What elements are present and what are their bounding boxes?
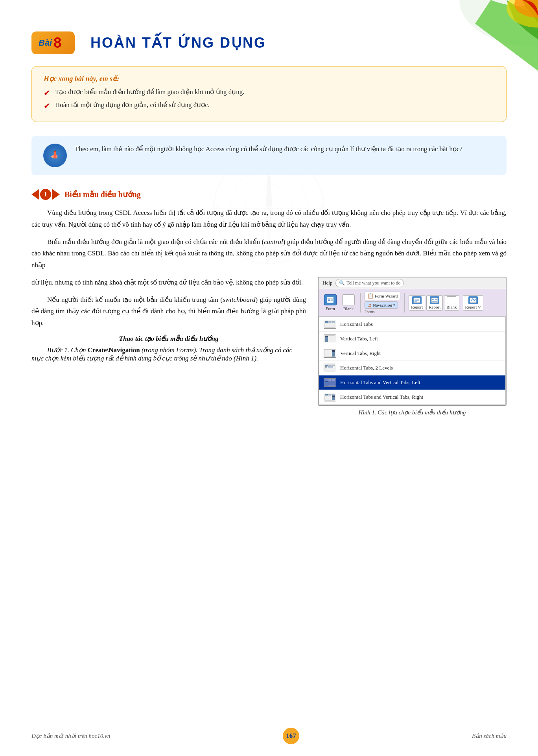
svg-rect-67 xyxy=(332,394,335,396)
search-icon: 🔍 xyxy=(339,280,345,286)
subsection-title: Thao tác tạo biểu mẫu điều hướng xyxy=(31,335,306,343)
svg-rect-60 xyxy=(325,381,328,382)
report-label: Report xyxy=(411,305,423,309)
objective-text-1: Tạo được biểu mẫu điều hướng để làm giao… xyxy=(55,88,245,96)
screenshot-toolbar: Help 🔍 Tell me what you want to do xyxy=(319,277,506,289)
dropdown-item-2[interactable]: Vertical Tabs, Right xyxy=(319,346,505,361)
footer: Đọc bản mới nhất trên hoc10.vn 167 Bản s… xyxy=(0,728,538,744)
svg-rect-62 xyxy=(325,384,328,386)
help-label: Help xyxy=(322,280,332,286)
svg-rect-53 xyxy=(330,366,333,368)
forms-group-label: Forms xyxy=(365,310,375,314)
dropdown-item-3[interactable]: Horizontal Tabs, 2 Levels xyxy=(319,361,505,375)
ribbon-row: Form Blank 📋 Form Wizard xyxy=(319,289,506,317)
horiz-tabs-icon xyxy=(324,320,336,329)
svg-rect-51 xyxy=(325,366,327,368)
top-corner-decoration xyxy=(412,0,538,71)
figure-caption: Hình 1. Các lựa chọn biểu mẫu điều hướng xyxy=(318,409,507,416)
svg-rect-44 xyxy=(332,352,335,354)
form-wizard-icon: 📋 xyxy=(367,293,374,299)
form-wizard-btn[interactable]: 📋 Form Wizard xyxy=(365,292,400,300)
toolbar-search[interactable]: 🔍 Tell me what you want to do xyxy=(335,279,404,287)
ribbon-divider-2 xyxy=(404,293,405,312)
svg-rect-46 xyxy=(325,350,332,357)
question-text: Theo em, làm thế nào để một người không … xyxy=(75,144,462,155)
svg-rect-25 xyxy=(431,298,438,303)
svg-rect-49 xyxy=(328,365,332,366)
section-diamond-left xyxy=(31,189,39,200)
section1-para2: Biểu mẫu điều hướng đơn giản là một giao… xyxy=(31,236,507,271)
svg-rect-56 xyxy=(325,379,328,381)
svg-rect-48 xyxy=(325,365,328,366)
svg-rect-69 xyxy=(332,396,335,397)
objective-item-2: ✔ Hoàn tất một ứng dụng đơn giản, có thể… xyxy=(44,101,494,111)
bai-number: 8 xyxy=(53,35,61,51)
svg-rect-32 xyxy=(328,321,332,323)
step-1-text: Bước 1. Chọn Create\Navigation (trong nh… xyxy=(31,346,306,362)
report-icon-2 xyxy=(430,296,439,304)
report-v-btn[interactable]: Report V xyxy=(463,295,483,311)
bai-label: Bài xyxy=(39,38,52,48)
svg-rect-33 xyxy=(332,321,335,323)
svg-rect-31 xyxy=(325,321,328,323)
footer-left-text: Đọc bản mới nhất trên hoc10.vn xyxy=(31,732,110,739)
question-icon xyxy=(43,144,67,167)
two-column-section: dữ liệu, nhưng có tính năng khoá chặt mộ… xyxy=(31,277,507,416)
blank-report-icon xyxy=(447,296,456,304)
search-placeholder: Tell me what you want to do xyxy=(346,280,400,286)
objective-item-1: ✔ Tạo được biểu mẫu điều hướng để làm gi… xyxy=(44,88,494,98)
nav-icon: 🗂 xyxy=(367,303,372,307)
navigation-btn[interactable]: 🗂 Navigation ▾ xyxy=(365,301,398,309)
form-design-icon xyxy=(324,294,337,305)
col-left: dữ liệu, nhưng có tính năng khoá chặt mộ… xyxy=(31,277,306,366)
objectives-box: Học xong bài này, em sẽ: ✔ Tạo được biểu… xyxy=(31,66,507,122)
dropdown-menu: Horizontal Tabs xyxy=(319,317,506,405)
col-left-para1: dữ liệu, nhưng có tính năng khoá chặt mộ… xyxy=(31,277,306,288)
svg-rect-29 xyxy=(470,298,476,303)
col-left-para2: Nếu người thiết kế muốn tạo một bản điều… xyxy=(31,294,306,329)
page-title: HOÀN TẤT ỨNG DỤNG xyxy=(90,35,266,51)
blank-report-btn[interactable]: Blank xyxy=(444,295,459,311)
svg-rect-43 xyxy=(332,350,335,352)
section-arrow-right xyxy=(52,189,60,200)
svg-rect-40 xyxy=(328,336,335,342)
svg-rect-72 xyxy=(325,396,332,400)
dropdown-item-label-4: Horizontal Tabs and Vertical Tabs, Left xyxy=(340,379,420,386)
dropdown-item-4[interactable]: Horizontal Tabs and Vertical Tabs, Left xyxy=(319,375,505,390)
ribbon-divider-1 xyxy=(360,293,361,312)
report-v-label: Report V xyxy=(465,305,481,309)
dropdown-item-label-1: Vertical Tabs, Left xyxy=(340,336,378,342)
svg-rect-26 xyxy=(432,299,434,300)
objective-text-2: Hoàn tất một ứng dụng đơn giản, có thể s… xyxy=(55,101,210,109)
blank-form-icon xyxy=(342,294,355,305)
blank-form-btn[interactable]: Blank xyxy=(341,294,356,311)
dropdown-item-1[interactable]: Vertical Tabs, Left xyxy=(319,332,505,346)
dropdown-item-0[interactable]: Horizontal Tabs xyxy=(319,317,505,332)
vert-tabs-left-icon xyxy=(324,335,336,343)
svg-rect-58 xyxy=(332,379,335,381)
blank-form-label: Blank xyxy=(343,306,354,311)
svg-rect-66 xyxy=(328,394,332,396)
form-label: Form xyxy=(326,306,335,311)
svg-rect-65 xyxy=(325,394,328,396)
section-1-title: Biểu mẫu điều hướng xyxy=(64,190,141,199)
report-btn-1[interactable]: Report xyxy=(409,295,425,311)
navigation-label: Navigation xyxy=(373,303,392,307)
horiz-tabs-2-icon xyxy=(324,364,336,372)
svg-rect-34 xyxy=(325,323,335,327)
check-icon-2: ✔ xyxy=(44,101,50,111)
question-box: Theo em, làm thế nào để một người không … xyxy=(31,136,507,175)
svg-rect-71 xyxy=(332,399,335,400)
bai-badge: Bài 8 xyxy=(31,31,75,54)
col-right: Help 🔍 Tell me what you want to do xyxy=(318,277,507,416)
vert-tabs-right-icon xyxy=(324,349,336,358)
dropdown-item-5[interactable]: Horizontal Tabs and Vertical Tabs, Right xyxy=(319,390,505,405)
form-design-btn[interactable]: Form xyxy=(322,294,338,311)
dropdown-item-label-2: Vertical Tabs, Right xyxy=(340,350,381,357)
report-btn-2[interactable]: Report xyxy=(426,295,443,311)
svg-rect-37 xyxy=(325,336,328,337)
nav-dropdown-arrow: ▾ xyxy=(393,303,395,307)
svg-rect-45 xyxy=(332,354,335,356)
svg-rect-61 xyxy=(325,383,328,384)
report-group: Report Report xyxy=(409,295,459,311)
